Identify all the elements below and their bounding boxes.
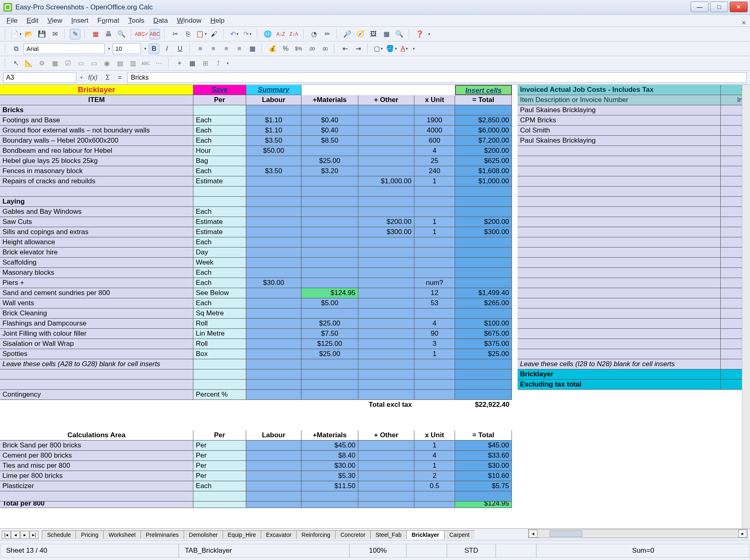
cell[interactable]: Plasticizer: [0, 481, 193, 491]
cell[interactable]: [246, 369, 301, 380]
cell[interactable]: [301, 501, 358, 508]
arrow-tool-icon[interactable]: ↖: [11, 58, 21, 69]
cell[interactable]: [301, 187, 358, 197]
close-button[interactable]: ✕: [730, 2, 748, 12]
cell[interactable]: [246, 308, 301, 319]
cell[interactable]: [518, 176, 721, 187]
cell[interactable]: [414, 410, 455, 420]
cell[interactable]: [358, 461, 414, 471]
cell[interactable]: $3.20: [301, 166, 358, 176]
cell[interactable]: [358, 329, 414, 339]
cell[interactable]: $1.10: [246, 126, 301, 136]
maximize-button[interactable]: □: [710, 2, 728, 12]
formula-input[interactable]: [127, 72, 747, 83]
cell[interactable]: $265.00: [455, 298, 512, 308]
font-size-dropdown-icon[interactable]: ▾: [144, 46, 146, 51]
cell[interactable]: $6,000.00: [455, 126, 512, 136]
cell[interactable]: $124.95: [301, 288, 358, 298]
cell[interactable]: [518, 247, 721, 258]
cell[interactable]: [518, 339, 721, 349]
cell[interactable]: [455, 380, 512, 390]
cell[interactable]: 0.5: [414, 481, 455, 491]
autospell-icon[interactable]: ABC: [150, 29, 160, 39]
cell[interactable]: [0, 187, 193, 197]
cell[interactable]: [358, 491, 414, 501]
cell[interactable]: [518, 278, 721, 288]
cell[interactable]: +Materials: [301, 430, 358, 441]
cell[interactable]: [455, 207, 512, 217]
cell[interactable]: Wall vents: [0, 298, 193, 308]
cell[interactable]: [358, 380, 414, 390]
cell[interactable]: [246, 105, 301, 115]
cell[interactable]: [358, 197, 414, 207]
cell[interactable]: [358, 451, 414, 461]
cell[interactable]: [455, 278, 512, 288]
cell[interactable]: [358, 166, 414, 176]
cell[interactable]: [246, 197, 301, 207]
cell[interactable]: 1: [414, 217, 455, 227]
cell[interactable]: [518, 349, 721, 359]
cell[interactable]: Estimate: [193, 227, 246, 237]
cell[interactable]: [414, 237, 455, 247]
equals-icon[interactable]: =: [115, 74, 124, 81]
cell[interactable]: Per: [193, 471, 246, 481]
radio-icon[interactable]: ◉: [102, 58, 112, 69]
cell[interactable]: [246, 227, 301, 237]
font-name-dropdown-icon[interactable]: ▾: [108, 46, 110, 51]
cell[interactable]: [518, 481, 721, 491]
cell[interactable]: [455, 308, 512, 319]
cell[interactable]: $5.75: [455, 481, 512, 491]
new-icon[interactable]: 📄▾: [11, 29, 21, 39]
cell[interactable]: [518, 146, 721, 156]
cell[interactable]: 53: [414, 298, 455, 308]
toolbar-overflow-icon[interactable]: ▾: [428, 32, 430, 36]
cell[interactable]: [358, 308, 414, 319]
cell[interactable]: 1900: [414, 115, 455, 126]
cell[interactable]: 90: [414, 329, 455, 339]
cell[interactable]: $50.00: [246, 146, 301, 156]
cell[interactable]: [455, 187, 512, 197]
cell[interactable]: [455, 258, 512, 268]
cell[interactable]: [246, 339, 301, 349]
cell[interactable]: $1,608.00: [455, 166, 512, 176]
cell[interactable]: Brick Cleaning: [0, 308, 193, 319]
spreadsheet-area[interactable]: BricklayerSaveSummaryInsert cellsInvoice…: [0, 85, 750, 531]
cell[interactable]: [518, 268, 721, 278]
cell[interactable]: Laying: [0, 197, 193, 207]
cell[interactable]: [301, 207, 358, 217]
increase-indent-icon[interactable]: ⇥: [353, 43, 363, 54]
cell[interactable]: Per: [193, 430, 246, 441]
cell[interactable]: Each: [193, 298, 246, 308]
cell[interactable]: [455, 491, 512, 501]
cell[interactable]: $45.00: [301, 441, 358, 451]
cell[interactable]: Summary: [246, 85, 301, 95]
cell[interactable]: 1: [414, 227, 455, 237]
cell[interactable]: Per: [193, 441, 246, 451]
cell[interactable]: = Total: [455, 430, 512, 441]
cell[interactable]: Each: [193, 126, 246, 136]
cell[interactable]: Item Description or Invoice Number: [518, 95, 721, 105]
cell[interactable]: $7,200.00: [455, 136, 512, 146]
cell[interactable]: Roll: [193, 339, 246, 349]
cell[interactable]: Invoiced Actual Job Costs - Includes Tax: [518, 85, 721, 95]
cell[interactable]: [414, 197, 455, 207]
listbox-icon[interactable]: ▤: [115, 58, 125, 69]
gallery-icon[interactable]: 🖼: [368, 29, 379, 39]
cell[interactable]: [518, 410, 721, 420]
cell[interactable]: $200.00: [455, 146, 512, 156]
cell[interactable]: [0, 400, 193, 410]
cell[interactable]: [455, 197, 512, 207]
cell[interactable]: [246, 187, 301, 197]
cell[interactable]: [518, 166, 721, 176]
cell[interactable]: [358, 146, 414, 156]
cell[interactable]: $0.40: [301, 115, 358, 126]
cell[interactable]: [246, 268, 301, 278]
cell[interactable]: [246, 156, 301, 166]
font-color-icon[interactable]: A▾: [399, 43, 410, 54]
cell[interactable]: [246, 237, 301, 247]
cell[interactable]: [414, 369, 455, 380]
cell[interactable]: $1,499.40: [455, 288, 512, 298]
cell[interactable]: [455, 247, 512, 258]
cell[interactable]: Hour: [193, 146, 246, 156]
cell[interactable]: $2,850.00: [455, 115, 512, 126]
